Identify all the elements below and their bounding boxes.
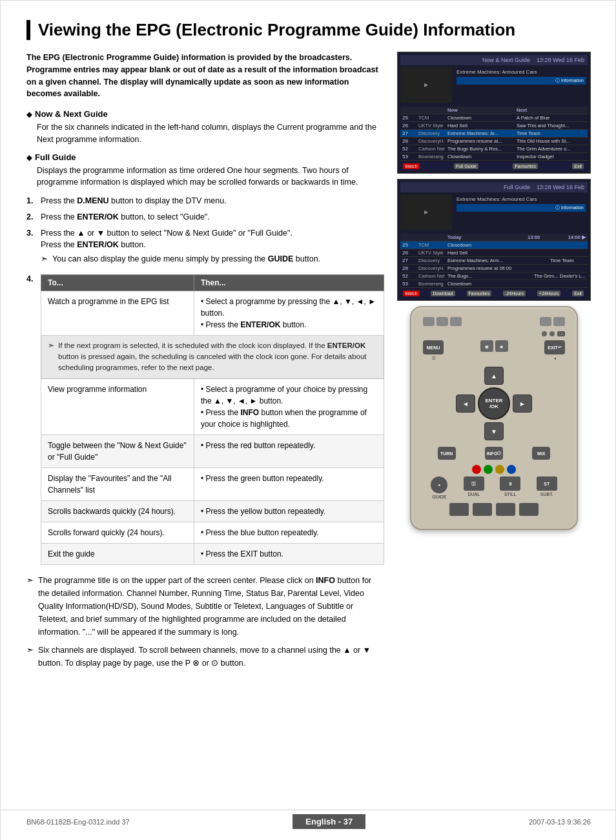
mix-button[interactable]: MIX [532,447,550,461]
mix-icon[interactable]: MIX [532,447,550,460]
remote-last-btn-4[interactable] [519,503,539,516]
d-pad-top-row: ▲ [484,367,504,385]
left-column: The EPG (Electronic Programme Guide) inf… [26,52,384,675]
epg-now-next-preview: ▶ [400,67,452,103]
bullet-full-guide: Full Guide Displays the programme inform… [26,152,384,189]
subt-button[interactable]: ST SUBT. [537,476,557,499]
info-icon[interactable]: INFO ⓘ [485,447,503,460]
epg-full-btn-exit[interactable]: Exit [572,291,584,296]
turn-button[interactable]: TURN [438,447,456,461]
step-2: 2. Press the ENTER/OK button, to select … [26,211,384,223]
epg-full-guide-title: Full Guide [504,184,530,190]
d-up-button[interactable]: ▲ [484,367,504,385]
exit-button[interactable]: EXIT ↩ ◂ [544,340,565,360]
footer-page-num: 37 [344,817,353,826]
subt-icon[interactable]: ST [537,476,557,491]
epg-now-next-header: Now & Next Guide 13:28 Wed 16 Feb [400,55,588,65]
mix-label: MIX [537,451,545,456]
remote-top-btn-2[interactable] [436,317,448,326]
table-row: Display the "Favourites" and the "All Ch… [41,467,384,500]
still-label: STILL [504,492,517,497]
remote-top-btn-5[interactable] [553,317,565,326]
table-note-cell: ➣ If the next program is selected, it is… [41,335,384,378]
remote-top-btn-3[interactable] [450,317,462,326]
epg-full-bottom: Watch Download Favourites -24Hours +24Ho… [400,289,588,298]
guide-button[interactable]: ● GUIDE [431,476,447,499]
btn-red[interactable] [472,465,481,474]
english-badge: English - 37 [293,814,365,829]
epg-row-27: 27 Discovery Extreme Machines: Ar... Tim… [400,130,588,138]
epg-full-guide-preview: ▶ [400,194,452,230]
epg-full-btn-watch[interactable]: Watch [403,291,420,296]
d-down-button[interactable]: ▼ [484,422,504,440]
d-left-button[interactable]: ◄ [456,394,475,413]
epg-full-btn-24h-fwd[interactable]: +24Hours [537,291,561,296]
d-pad-bot-row: ▼ [484,422,504,440]
epg-row-52: 52 Cartoon Net The Bugs Bunny & Ros... T… [400,145,588,153]
epg-row-25: 25 TCM Closedown A Patch of Blue [400,114,588,122]
remote-last-btn-3[interactable] [496,503,515,516]
btn-green[interactable] [484,465,493,474]
btn-blue[interactable] [507,465,516,474]
dual-button[interactable]: ◫ DUAL [464,476,484,499]
bottom-func-row: ● GUIDE ◫ DUAL ⏸ [423,476,565,499]
dual-icon[interactable]: ◫ [464,476,484,491]
page-title: Viewing the EPG (Electronic Programme Gu… [38,20,591,40]
table-cell-then: • Press the red button repeatedly. [194,435,384,467]
epg-btn-watch[interactable]: Watch [403,163,420,169]
d-right-button[interactable]: ► [513,394,532,413]
epg-btn-exit[interactable]: Exit [572,163,584,169]
btn-yellow[interactable] [495,465,504,474]
epg-full-row-25: 25 TCM Closedown [400,241,588,249]
epg-full-btn-24h-back[interactable]: -24Hours [503,291,526,296]
table-row: Watch a programme in the EPG list • Sele… [41,291,384,335]
still-button[interactable]: ⏸ STILL [500,476,520,499]
remote-top-btn-1[interactable] [423,317,435,326]
table-row: Exit the guide • Press the EXIT button. [41,543,384,564]
epg-now-next-preview-text: Extreme Machines: Armoured Cars [457,69,586,75]
epg-btn-fav[interactable]: Favourites [513,163,538,169]
epg-full-btn-fav[interactable]: Favourites [467,291,492,296]
epg-now-next-bottom: Watch Full Guide Favourites Exit [400,162,588,170]
epg-full-row-26: 26 UKTV Style Hard Sell [400,249,588,257]
title-section: Viewing the EPG (Electronic Programme Gu… [26,20,591,40]
color-group-1 [472,465,493,474]
step-4-table-wrap: To... Then... Watch a programme in the E… [41,274,384,565]
remote-top-btn-4[interactable] [540,317,551,326]
epg-now-next-col-headers: Now Next [400,107,588,114]
epg-full-btn-download[interactable]: Download [431,291,455,296]
col-to: To... [41,274,194,291]
remote-last-btn-1[interactable] [449,503,469,516]
step-1-num: 1. [26,195,41,207]
page-footer: BN68-01182B-Eng-0312.indd 37 English - 3… [1,810,616,829]
menu-icon[interactable]: MENU [423,340,444,354]
remote-last-btn-2[interactable] [473,503,492,516]
table-cell-then: • Press the green button repeatedly. [194,467,384,500]
intro-text: The EPG (Electronic Programme Guide) inf… [26,52,384,100]
menu-button[interactable]: MENU ☰ [423,340,444,360]
epg-btn-full[interactable]: Full Guide [454,163,478,169]
table-cell-then: • Select a programme by pressing the ▲, … [194,291,384,335]
remote-btn-a[interactable]: ▣ [480,340,493,352]
epg-full-info-badge: ⓘ Information [457,204,586,212]
info-button[interactable]: INFO ⓘ [485,447,503,461]
exit-icon[interactable]: EXIT ↩ [544,340,565,354]
remote-mid-buttons: ▣ ◉ [480,340,508,360]
menu-label: MENU [427,345,440,350]
step-1-text: Press the D.MENU button to display the D… [41,195,384,207]
guide-icon[interactable]: ● [431,476,447,493]
epg-row-53: 53 Boomerang Closedown Inspector Gadget [400,153,588,161]
remote-btn-b[interactable]: ◉ [495,340,508,352]
epg-row-28: 28 DiscoveryH. Programmes resume at... T… [400,138,588,145]
enter-ok-button[interactable]: ENTER /OK [478,387,510,420]
bullet-now-next-body: For the six channels indicated in the le… [37,121,384,146]
turn-icon[interactable]: TURN [438,447,456,460]
remote-control: LE MENU ☰ ▣ ◉ [410,306,578,530]
bottom-note-2: ➣ Six channels are displayed. To scroll … [26,644,384,670]
menu-exit-row: MENU ☰ ▣ ◉ EXIT ↩ [423,340,565,360]
last-row-buttons [423,503,565,516]
guide-table: To... Then... Watch a programme in the E… [41,274,384,565]
epg-full-row-52: 52 Cartoon Net The Bugs... The Grim... D… [400,272,588,280]
still-icon[interactable]: ⏸ [500,476,520,491]
remote-display: LE [557,331,565,336]
